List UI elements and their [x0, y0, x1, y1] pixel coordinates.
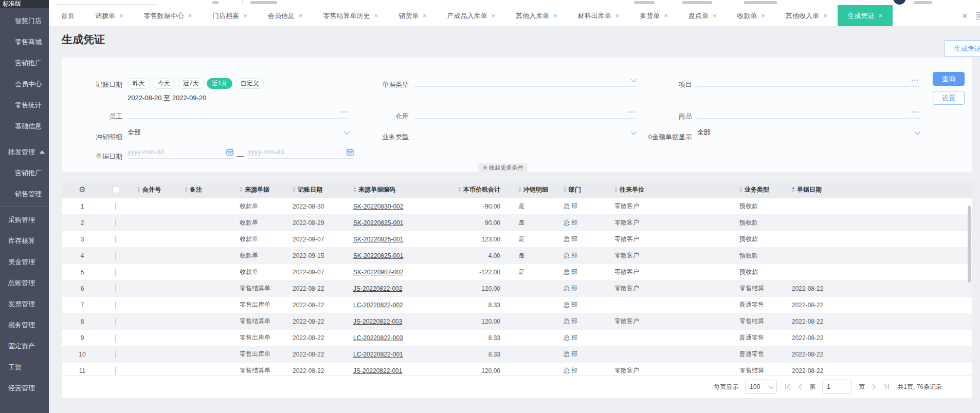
- table-row[interactable]: 5收款单2022-09-07SK-20220907-002-122.00是总 部…: [62, 264, 972, 280]
- source-doc-link[interactable]: JS-20220822-003: [342, 318, 411, 325]
- close-icon[interactable]: ×: [553, 12, 557, 19]
- chevron-down-icon[interactable]: [915, 128, 920, 134]
- goods-field[interactable]: ···: [697, 105, 920, 119]
- table-row[interactable]: 11零售结算单2022-08-22JS-20220822-001120.00总 …: [62, 363, 972, 375]
- source-doc-link[interactable]: SK-20220825-001: [342, 252, 411, 259]
- table-row[interactable]: 2收款单2022-08-29SK-20220825-00190.00是总 部零散…: [62, 215, 972, 231]
- first-page-button[interactable]: [785, 384, 791, 390]
- column-header-acct_date[interactable]: 记账日期: [285, 181, 342, 198]
- write-off-select[interactable]: 全部: [128, 126, 350, 139]
- sidebar-item-经营管理[interactable]: 经营管理: [0, 378, 49, 399]
- project-picker-icon[interactable]: ···: [910, 76, 920, 84]
- table-row[interactable]: 3收款单2022-09-07SK-20220825-001123.00是总 部零…: [62, 231, 972, 248]
- close-icon[interactable]: ×: [243, 12, 247, 19]
- source-doc-link[interactable]: LC-20220822-003: [342, 334, 411, 342]
- row-checkbox[interactable]: [115, 334, 116, 342]
- sidebar-item-零售统计[interactable]: 零售统计: [0, 95, 49, 116]
- column-header-source[interactable]: 来源单据: [229, 181, 285, 198]
- tab-零售结算单历史[interactable]: 零售结算单历史×: [313, 5, 388, 26]
- generate-voucher-button[interactable]: 生成凭证: [944, 40, 980, 57]
- close-icon[interactable]: ×: [492, 12, 496, 19]
- date-preset-近1月[interactable]: 近1月: [207, 78, 233, 89]
- doc-date-end-field[interactable]: [248, 145, 354, 159]
- sort-icon[interactable]: [518, 187, 521, 192]
- close-icon[interactable]: ×: [761, 12, 766, 19]
- employee-field[interactable]: ···: [128, 105, 350, 119]
- date-preset-自定义[interactable]: 自定义: [235, 78, 264, 89]
- avatar[interactable]: [893, 0, 906, 5]
- source-doc-link[interactable]: SK-20220825-001: [342, 236, 411, 243]
- doc-type-select[interactable]: [414, 73, 637, 87]
- close-icon[interactable]: ×: [423, 12, 427, 19]
- close-icon[interactable]: ×: [615, 12, 620, 19]
- tab-产成品入库单[interactable]: 产成品入库单×: [437, 5, 506, 26]
- column-header-writeoff[interactable]: 冲销明细: [506, 181, 558, 198]
- table-row[interactable]: 9零售出库单2022-08-22LC-20220822-0038.33总 部普通…: [62, 330, 972, 346]
- sort-icon[interactable]: [792, 187, 795, 192]
- tab-调拨单[interactable]: 调拨单×: [85, 5, 134, 26]
- row-checkbox[interactable]: [115, 302, 116, 309]
- sort-icon[interactable]: [185, 187, 188, 192]
- sort-icon[interactable]: [293, 187, 296, 192]
- sidebar-item-零售商城[interactable]: 零售商城: [0, 31, 49, 52]
- doc-date-start-field[interactable]: [128, 145, 233, 159]
- sort-icon[interactable]: [739, 187, 742, 192]
- tab-材料出库单[interactable]: 材料出库单×: [568, 5, 630, 26]
- sidebar-item-工资[interactable]: 工资: [0, 356, 49, 378]
- column-header-code[interactable]: 来源单据编码: [342, 181, 411, 198]
- page-size-select[interactable]: 100: [745, 380, 777, 394]
- sort-icon[interactable]: [564, 187, 567, 192]
- date-preset-今天[interactable]: 今天: [153, 78, 175, 89]
- close-icon[interactable]: ×: [823, 12, 827, 19]
- query-button[interactable]: 查询: [933, 72, 965, 86]
- sidebar-item-采购管理[interactable]: 采购管理: [0, 209, 49, 230]
- row-checkbox[interactable]: [115, 219, 116, 227]
- business-type-select[interactable]: [414, 126, 637, 139]
- close-icon[interactable]: ×: [299, 12, 303, 19]
- tab-盘点单[interactable]: 盘点单×: [678, 5, 727, 26]
- sort-icon[interactable]: [240, 187, 243, 192]
- column-header-note[interactable]: 备注: [177, 181, 229, 198]
- sidebar-item-会员中心[interactable]: 会员中心: [0, 73, 49, 95]
- vertical-scrollbar-thumb[interactable]: [968, 205, 971, 283]
- column-header-doc_date[interactable]: 单据日期: [784, 181, 972, 198]
- table-row[interactable]: 1收款单2022-08-30SK-20220830-002-90.00是总 部零…: [62, 198, 972, 215]
- settings-button[interactable]: 设置: [933, 91, 965, 105]
- column-header-merge[interactable]: 合并号: [129, 181, 177, 198]
- source-doc-link[interactable]: LC-20220822-001: [342, 351, 411, 358]
- column-header-partner[interactable]: 往来单位: [607, 181, 733, 198]
- sidebar-item-资金管理[interactable]: 资金管理: [0, 251, 49, 272]
- tab-门店档案[interactable]: 门店档案×: [202, 5, 258, 26]
- source-doc-link[interactable]: SK-20220830-002: [342, 203, 411, 210]
- sort-icon[interactable]: [614, 187, 618, 192]
- collapse-conditions-button[interactable]: 收起更多条件: [478, 163, 528, 172]
- sort-icon[interactable]: [137, 187, 140, 192]
- sidebar-item-固定资产[interactable]: 固定资产: [0, 335, 49, 356]
- sidebar-item-营销推广[interactable]: 营销推广: [0, 52, 49, 73]
- table-row[interactable]: 8零售结算单2022-08-22JS-20220822-003120.00总 部…: [62, 313, 972, 330]
- warehouse-field[interactable]: ···: [414, 105, 637, 119]
- sidebar-item-智慧门店[interactable]: 智慧门店: [0, 10, 49, 31]
- sidebar-item-销售管理[interactable]: 销售管理: [0, 183, 49, 204]
- doc-date-end-input[interactable]: [248, 148, 347, 156]
- goods-picker-icon[interactable]: ···: [910, 108, 920, 116]
- sidebar-item-库存核算[interactable]: 库存核算: [0, 230, 49, 251]
- close-all-tabs-icon[interactable]: ✕: [961, 12, 968, 20]
- last-page-button[interactable]: [883, 384, 890, 390]
- column-settings-button[interactable]: ⚙: [62, 181, 103, 198]
- close-icon[interactable]: ×: [119, 12, 123, 19]
- tab-生成凭证[interactable]: 生成凭证×: [838, 5, 893, 26]
- tab-其他收入单[interactable]: 其他收入单×: [775, 5, 838, 26]
- source-doc-link[interactable]: JS-20220822-001: [342, 367, 411, 374]
- prev-page-button[interactable]: [798, 384, 803, 390]
- source-doc-link[interactable]: SK-20220907-002: [342, 269, 411, 276]
- next-page-button[interactable]: [872, 384, 876, 390]
- sidebar-item-基础信息[interactable]: 基础信息: [0, 116, 49, 137]
- doc-date-start-input[interactable]: [128, 148, 226, 156]
- date-preset-近7天[interactable]: 近7天: [178, 78, 204, 89]
- tab-其他入库单[interactable]: 其他入库单×: [505, 5, 568, 26]
- row-checkbox[interactable]: [115, 318, 116, 325]
- date-preset-昨天[interactable]: 昨天: [128, 78, 150, 89]
- page-number-input[interactable]: [822, 380, 852, 394]
- project-field[interactable]: ···: [697, 73, 920, 87]
